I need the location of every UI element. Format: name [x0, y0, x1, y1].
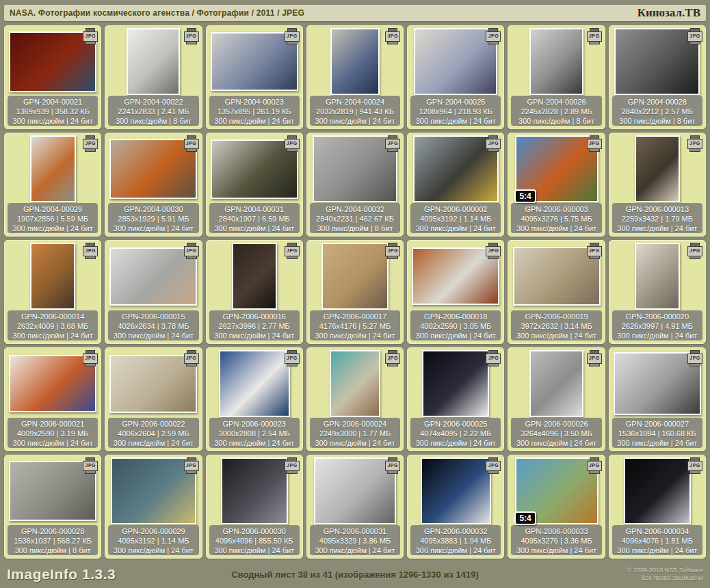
- thumbnail[interactable]: [635, 243, 680, 310]
- gallery-cell: JPG GPN-2006-000024 2249x3000 | 1.77 МБ …: [306, 347, 404, 451]
- image-info-label: GPN-2006-000021 4009x2590 | 3.19 МБ 300 …: [8, 418, 98, 448]
- image-area: JPG: [207, 455, 302, 526]
- jpg-format-icon: JPG: [687, 135, 702, 152]
- gallery-cell: JPG GPN-2006-000028 1536x1037 | 568.27 К…: [4, 455, 101, 559]
- image-dims-size: 2249x3000 | 1.77 МБ: [310, 429, 400, 438]
- image-info-label: GPN-2006-000028 1536x1037 | 568.27 КБ 30…: [8, 525, 98, 555]
- format-badge-label: JPG: [285, 353, 300, 364]
- format-badge-label: JPG: [83, 139, 98, 149]
- image-area: JPG: [105, 241, 201, 312]
- gallery-cell: JPG GPN-2006-000002 4095x3192 | 1.14 МБ …: [407, 133, 504, 237]
- format-badge-label: JPG: [687, 246, 702, 256]
- image-area: JPG: [5, 133, 101, 204]
- thumbnail[interactable]: [30, 243, 75, 310]
- image-info-label: GPN-2004-00021 1369x939 | 358.32 КБ 300 …: [8, 96, 98, 126]
- format-badge-label: JPG: [285, 461, 300, 471]
- image-id: GPN-2006-000021: [8, 419, 98, 429]
- image-dims-size: 4074x4095 | 2.22 МБ: [410, 429, 501, 438]
- image-area: JPG: [307, 133, 403, 204]
- image-dims-size: 2032x2819 | 941.43 КБ: [310, 107, 400, 116]
- image-dpi-depth: 300 пикс/дюйм | 24 бит: [511, 224, 601, 233]
- image-info-label: GPN-2004-00025 1208x964 | 218.93 КБ 300 …: [410, 96, 501, 126]
- image-id: GPN-2006-000023: [209, 419, 300, 429]
- format-badge-label: JPG: [486, 246, 501, 256]
- thumbnail[interactable]: [30, 135, 76, 202]
- format-badge-label: JPG: [486, 353, 501, 364]
- image-info-label: GPN-2006-000027 1536x1084 | 160.68 КБ 30…: [612, 418, 702, 448]
- thumbnail[interactable]: [635, 135, 680, 202]
- jpg-format-icon: JPG: [486, 457, 501, 474]
- jpg-format-icon: JPG: [687, 28, 702, 44]
- aspect-ratio-badge: 5:4: [514, 511, 536, 525]
- image-dims-size: 2853x1929 | 5.91 МБ: [108, 214, 198, 224]
- image-info-label: GPN-2006-000026 3264x4096 | 3.50 МБ 300 …: [511, 418, 601, 448]
- image-info-label: GPN-2006-000016 2627x3996 | 2.77 МБ 300 …: [209, 310, 300, 340]
- jpg-format-icon: JPG: [587, 457, 602, 474]
- image-dpi-depth: 300 пикс/дюйм | 24 бит: [108, 331, 198, 340]
- image-area: JPG: [408, 133, 503, 204]
- thumbnail[interactable]: [321, 243, 389, 310]
- image-id: GPN-2004-00025: [410, 97, 501, 107]
- jpg-format-icon: JPG: [385, 350, 400, 366]
- image-id: GPN-2006-000013: [612, 204, 702, 214]
- image-id: GPN-2004-00026: [511, 97, 601, 107]
- format-badge-label: JPG: [184, 353, 199, 364]
- thumbnail[interactable]: [219, 350, 290, 417]
- image-dims-size: 1536x1037 | 568.27 КБ: [8, 536, 98, 546]
- gallery-cell: JPG GPN-2004-00028 2840x2212 | 2.57 МБ 3…: [609, 25, 706, 129]
- copyright-line1: © 2009-2010 NSB Software: [627, 567, 703, 574]
- gallery-cell: JPG GPN-2006-000018 4002x2590 | 3.05 МБ …: [407, 240, 504, 344]
- footer-bar: ImageInfo 1.3.3 Сводный лист 38 из 41 (и…: [0, 561, 710, 588]
- breadcrumb[interactable]: NASA. Фотографии космического агенства /…: [10, 8, 304, 18]
- format-badge-label: JPG: [385, 461, 400, 471]
- thumbnail[interactable]: [421, 457, 491, 524]
- image-dims-size: 2627x3996 | 2.77 МБ: [209, 321, 300, 331]
- gallery-cell: JPG GPN-2006-000015 4026x2634 | 3.78 МБ …: [105, 240, 202, 344]
- thumbnail[interactable]: [624, 457, 691, 524]
- thumbnail[interactable]: [422, 350, 489, 417]
- image-dims-size: 1907x2856 | 5.59 МБ: [8, 214, 98, 224]
- jpg-format-icon: JPG: [83, 28, 98, 44]
- image-info-label: GPN-2004-00031 2840x1907 | 6.59 МБ 300 п…: [209, 203, 300, 233]
- thumbnail[interactable]: [314, 457, 396, 524]
- thumbnail[interactable]: [221, 457, 288, 524]
- image-area: JPG: [207, 133, 302, 204]
- image-area: JPG: [609, 455, 705, 526]
- image-id: GPN-2006-000034: [612, 526, 702, 536]
- thumbnail[interactable]: [232, 243, 277, 310]
- thumbnail[interactable]: [330, 28, 380, 95]
- image-info-label: GPN-2006-000024 2249x3000 | 1.77 МБ 300 …: [310, 418, 400, 448]
- image-id: GPN-2006-000019: [511, 312, 601, 321]
- image-info-label: GPN-2004-00032 2840x2231 | 462.67 КБ 300…: [310, 203, 400, 233]
- jpg-format-icon: JPG: [486, 350, 501, 366]
- format-badge-label: JPG: [587, 139, 602, 149]
- format-badge-label: JPG: [486, 31, 501, 42]
- jpg-format-icon: JPG: [385, 135, 400, 152]
- gallery-cell: JPG GPN-2006-000025 4074x4095 | 2.22 МБ …: [407, 347, 504, 451]
- image-area: JPG 5:4: [508, 455, 604, 526]
- thumbnail[interactable]: [414, 28, 497, 95]
- image-id: GPN-2006-000015: [108, 312, 198, 321]
- image-info-label: GPN-2004-00022 2241x2833 | 2.41 МБ 300 п…: [108, 96, 198, 126]
- brand-logo[interactable]: Кинозал.ТВ: [637, 6, 700, 20]
- gallery-cell: JPG GPN-2004-00031 2840x1907 | 6.59 МБ 3…: [206, 133, 303, 237]
- image-area: JPG: [105, 348, 201, 419]
- jpg-format-icon: JPG: [285, 457, 300, 474]
- image-dims-size: 4095x3883 | 1.94 МБ: [410, 536, 501, 546]
- header-bar: NASA. Фотографии космического агенства /…: [4, 5, 706, 21]
- jpg-format-icon: JPG: [687, 457, 702, 474]
- jpg-format-icon: JPG: [285, 135, 300, 152]
- image-dpi-depth: 300 пикс/дюйм | 8 бит: [511, 116, 601, 126]
- gallery-cell: JPG GPN-2006-000013 2259x3432 | 1.79 МБ …: [609, 133, 706, 237]
- thumbnail[interactable]: [330, 350, 380, 417]
- image-area: JPG: [5, 455, 101, 526]
- thumbnail[interactable]: [529, 350, 583, 417]
- jpg-format-icon: JPG: [83, 135, 98, 152]
- thumbnail[interactable]: [127, 28, 180, 95]
- thumbnail[interactable]: [529, 28, 583, 95]
- format-badge-label: JPG: [486, 139, 501, 149]
- format-badge-label: JPG: [285, 139, 300, 149]
- jpg-format-icon: JPG: [687, 243, 702, 259]
- gallery-cell: JPG GPN-2006-000017 4176x4176 | 5.27 МБ …: [306, 240, 404, 344]
- jpg-format-icon: JPG: [83, 457, 98, 474]
